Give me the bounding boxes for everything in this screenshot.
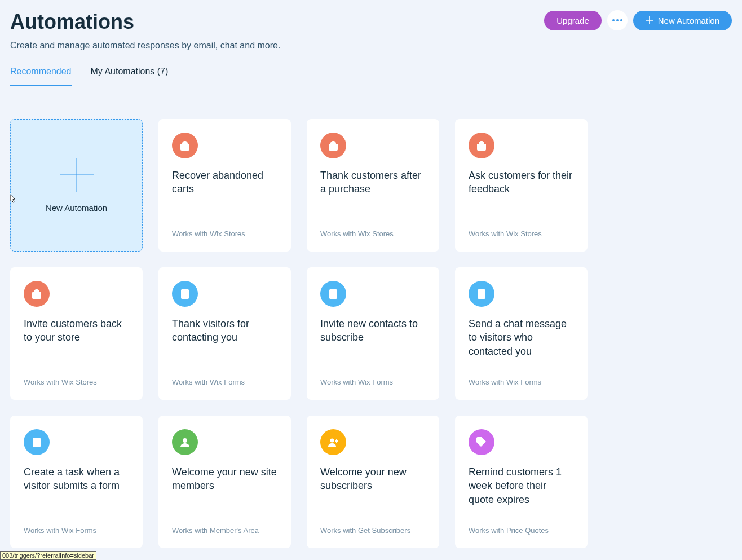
automation-card[interactable]: Invite new contacts to subscribeWorks wi… bbox=[307, 267, 439, 400]
card-footer: Works with Wix Stores bbox=[172, 230, 277, 238]
form-icon bbox=[469, 281, 494, 307]
automation-card[interactable]: Ask customers for their feedbackWorks wi… bbox=[455, 119, 588, 252]
card-title: Create a task when a visitor submits a f… bbox=[24, 465, 129, 526]
automation-grid: New Automation Recover abandoned cartsWo… bbox=[10, 119, 732, 548]
ellipsis-icon bbox=[612, 19, 622, 21]
automation-card[interactable]: Thank customers after a purchaseWorks wi… bbox=[307, 119, 439, 252]
automation-card[interactable]: Remind customers 1 week before their quo… bbox=[455, 416, 588, 548]
card-footer: Works with Wix Forms bbox=[24, 526, 129, 535]
card-title: Thank customers after a purchase bbox=[320, 169, 426, 230]
header-actions: Upgrade New Automation bbox=[544, 10, 732, 30]
automation-card[interactable]: Recover abandoned cartsWorks with Wix St… bbox=[158, 119, 291, 252]
card-title: Thank visitors for contacting you bbox=[172, 317, 277, 378]
automation-card[interactable]: Thank visitors for contacting youWorks w… bbox=[158, 267, 291, 400]
automation-card[interactable]: Welcome your new subscribersWorks with G… bbox=[307, 416, 439, 548]
automation-card[interactable]: Welcome your new site membersWorks with … bbox=[158, 416, 291, 548]
tab-recommended[interactable]: Recommended bbox=[10, 67, 72, 86]
new-automation-label: New Automation bbox=[658, 16, 719, 25]
form-icon bbox=[320, 281, 346, 307]
status-bar-tooltip: 003/triggers/?referralInfo=sidebar bbox=[0, 551, 96, 558]
card-footer: Works with Member's Area bbox=[172, 526, 277, 535]
tab-my-automations[interactable]: My Automations (7) bbox=[91, 67, 169, 86]
person-plus-icon bbox=[320, 429, 346, 455]
bag-icon bbox=[469, 133, 494, 158]
card-title: Send a chat message to visitors who cont… bbox=[469, 317, 574, 378]
card-title: Recover abandoned carts bbox=[172, 169, 277, 230]
form-icon bbox=[24, 429, 50, 455]
card-title: Ask customers for their feedback bbox=[469, 169, 574, 230]
form-icon bbox=[172, 281, 198, 307]
svg-point-0 bbox=[612, 19, 615, 21]
plus-icon bbox=[646, 16, 653, 24]
tabs-bar: Recommended My Automations (7) bbox=[10, 67, 732, 86]
page-subtitle: Create and manage automated responses by… bbox=[10, 41, 732, 51]
card-title: Welcome your new subscribers bbox=[320, 465, 426, 526]
automation-card[interactable]: Create a task when a visitor submits a f… bbox=[10, 416, 143, 548]
card-footer: Works with Wix Forms bbox=[320, 378, 426, 386]
automation-card[interactable]: Invite customers back to your storeWorks… bbox=[10, 267, 143, 400]
new-automation-button[interactable]: New Automation bbox=[633, 11, 732, 30]
card-title: Invite new contacts to subscribe bbox=[320, 317, 426, 378]
bag-icon bbox=[172, 133, 198, 158]
card-title: Invite customers back to your store bbox=[24, 317, 129, 378]
bag-icon bbox=[24, 281, 50, 307]
card-footer: Works with Get Subscribers bbox=[320, 526, 426, 535]
plus-large-icon bbox=[60, 158, 94, 192]
automation-card[interactable]: Send a chat message to visitors who cont… bbox=[455, 267, 588, 400]
card-footer: Works with Price Quotes bbox=[469, 526, 574, 535]
card-title: Welcome your new site members bbox=[172, 465, 277, 526]
svg-point-1 bbox=[616, 19, 619, 21]
person-icon bbox=[172, 429, 198, 455]
card-footer: Works with Wix Stores bbox=[469, 230, 574, 238]
svg-point-2 bbox=[620, 19, 622, 21]
bag-icon bbox=[320, 133, 346, 158]
card-footer: Works with Wix Stores bbox=[320, 230, 426, 238]
card-footer: Works with Wix Stores bbox=[24, 378, 129, 386]
more-options-button[interactable] bbox=[607, 10, 628, 30]
upgrade-button[interactable]: Upgrade bbox=[544, 11, 602, 30]
card-footer: Works with Wix Forms bbox=[469, 378, 574, 386]
new-automation-card-label: New Automation bbox=[46, 203, 107, 213]
new-automation-card[interactable]: New Automation bbox=[10, 119, 143, 252]
card-title: Remind customers 1 week before their quo… bbox=[469, 465, 574, 526]
page-title: Automations bbox=[10, 10, 134, 34]
card-footer: Works with Wix Forms bbox=[172, 378, 277, 386]
tag-icon bbox=[469, 429, 494, 455]
cursor-icon bbox=[8, 193, 17, 205]
